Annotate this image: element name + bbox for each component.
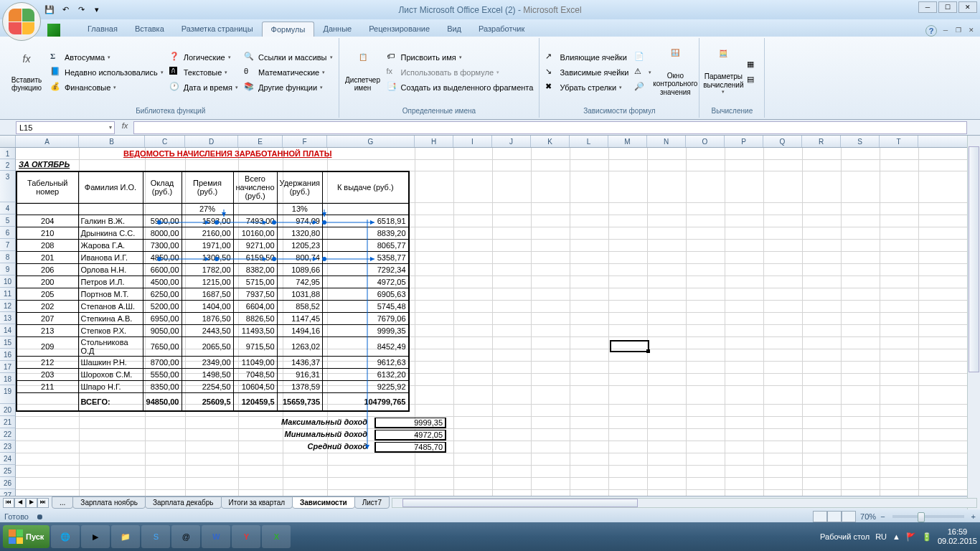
- col-header-M[interactable]: M: [608, 136, 647, 147]
- qat-dropdown-icon[interactable]: ▾: [90, 4, 103, 17]
- zoom-out-button[interactable]: −: [880, 512, 885, 521]
- row-header-12[interactable]: 12: [0, 300, 16, 312]
- undo-icon[interactable]: ↶: [59, 4, 72, 17]
- row-header-8[interactable]: 8: [0, 251, 16, 263]
- col-header-H[interactable]: H: [415, 136, 453, 147]
- taskbar-explorer[interactable]: 📁: [111, 525, 140, 548]
- col-header-K[interactable]: K: [531, 136, 570, 147]
- row-header-19[interactable]: 19: [0, 385, 16, 404]
- row-header-7[interactable]: 7: [0, 239, 16, 251]
- define-name-button[interactable]: 🏷Присвоить имя ▾: [385, 51, 535, 64]
- select-all-corner[interactable]: [0, 136, 16, 147]
- row-header-27[interactable]: 27: [0, 489, 16, 496]
- col-header-R[interactable]: R: [802, 136, 841, 147]
- taskbar-media[interactable]: ▶: [81, 525, 110, 548]
- formula-input[interactable]: [133, 121, 967, 134]
- math-button[interactable]: θМатематические ▾: [242, 66, 334, 79]
- evaluate-button[interactable]: 🔎: [633, 81, 653, 94]
- sheet-tab-2[interactable]: Зарплата декабрь: [145, 496, 222, 509]
- row-header-5[interactable]: 5: [0, 215, 16, 227]
- taskbar-mail[interactable]: @: [171, 525, 200, 548]
- excel-doc-icon[interactable]: [47, 24, 60, 37]
- sheet-nav-next[interactable]: ▶: [26, 498, 37, 508]
- ribbon-tab-4[interactable]: Данные: [314, 22, 360, 37]
- financial-button[interactable]: 💰Финансовые ▾: [49, 81, 165, 94]
- col-header-P[interactable]: P: [725, 136, 763, 147]
- sheet-tab-0[interactable]: ...: [52, 496, 73, 509]
- row-header-18[interactable]: 18: [0, 373, 16, 385]
- row-header-26[interactable]: 26: [0, 477, 16, 489]
- col-header-Q[interactable]: Q: [763, 136, 802, 147]
- col-header-T[interactable]: T: [880, 136, 918, 147]
- col-header-O[interactable]: O: [686, 136, 725, 147]
- datetime-button[interactable]: 🕐Дата и время ▾: [168, 81, 240, 94]
- row-header-11[interactable]: 11: [0, 288, 16, 300]
- row-header-1[interactable]: 1: [0, 148, 16, 159]
- remove-arrows-button[interactable]: ✖Убрать стрелки ▾: [544, 81, 630, 94]
- col-header-G[interactable]: G: [327, 136, 415, 147]
- trace-dependents-button[interactable]: ↘Зависимые ячейки: [544, 66, 630, 79]
- doc-restore-icon[interactable]: ❐: [953, 27, 964, 37]
- zoom-in-button[interactable]: +: [971, 512, 976, 521]
- sheet-nav-prev[interactable]: ◀: [14, 498, 26, 508]
- col-header-S[interactable]: S: [841, 136, 880, 147]
- vertical-scrollbar[interactable]: [967, 136, 980, 509]
- ribbon-minimize-icon[interactable]: ─: [940, 27, 951, 37]
- row-header-15[interactable]: 15: [0, 336, 16, 349]
- col-header-B[interactable]: B: [79, 136, 145, 147]
- macro-record-icon[interactable]: ⏺: [36, 512, 44, 521]
- row-header-3[interactable]: 3: [0, 171, 16, 202]
- doc-close-icon[interactable]: ✕: [966, 27, 977, 37]
- ribbon-tab-3[interactable]: Формулы: [262, 22, 315, 37]
- error-check-button[interactable]: ⚠▾: [633, 66, 653, 79]
- create-from-selection-button[interactable]: 📑Создать из выделенного фрагмента: [385, 81, 535, 94]
- taskbar-chrome[interactable]: 🌐: [51, 525, 80, 548]
- desktop-label[interactable]: Рабочий стол: [820, 532, 870, 541]
- payroll-table[interactable]: Табельный номерФамилия И.О.Оклад (руб.)П…: [16, 171, 410, 412]
- minimize-button[interactable]: ─: [918, 1, 937, 13]
- row-header-4[interactable]: 4: [0, 202, 16, 215]
- taskbar-excel[interactable]: X: [262, 525, 291, 548]
- row-header-20[interactable]: 20: [0, 404, 16, 416]
- row-header-22[interactable]: 22: [0, 428, 16, 441]
- watch-window-button[interactable]: 🪟 Окно контрольного значения: [656, 39, 694, 105]
- page-layout-button[interactable]: [827, 511, 842, 522]
- calc-now-button[interactable]: ▦: [745, 59, 760, 72]
- row-header-10[interactable]: 10: [0, 276, 16, 288]
- col-header-I[interactable]: I: [453, 136, 492, 147]
- row-header-2[interactable]: 2: [0, 159, 16, 171]
- row-header-14[interactable]: 14: [0, 324, 16, 336]
- sheet-tab-4[interactable]: Зависимости: [292, 496, 355, 509]
- more-functions-button[interactable]: 📚Другие функции ▾: [242, 81, 334, 94]
- maximize-button[interactable]: ☐: [938, 1, 957, 13]
- recent-button[interactable]: 📘Недавно использовались ▾: [49, 66, 165, 79]
- office-button[interactable]: [2, 2, 41, 41]
- zoom-level[interactable]: 70%: [860, 512, 876, 521]
- text-button[interactable]: 🅰Текстовые ▾: [168, 66, 240, 79]
- logical-button[interactable]: ❓Логические ▾: [168, 51, 240, 64]
- language-indicator[interactable]: RU: [875, 532, 887, 541]
- row-header-21[interactable]: 21: [0, 416, 16, 428]
- autosum-button[interactable]: ΣАвтосумма ▾: [49, 51, 165, 64]
- ribbon-tab-1[interactable]: Вставка: [126, 22, 173, 37]
- ribbon-tab-2[interactable]: Разметка страницы: [173, 22, 262, 37]
- insert-function-button[interactable]: fx Вставить функцию: [7, 39, 46, 105]
- col-header-E[interactable]: E: [238, 136, 283, 147]
- fx-button[interactable]: fx: [116, 121, 133, 134]
- row-header-16[interactable]: 16: [0, 349, 16, 361]
- row-header-25[interactable]: 25: [0, 465, 16, 477]
- taskbar-skype[interactable]: S: [141, 525, 170, 548]
- col-header-D[interactable]: D: [185, 136, 238, 147]
- use-in-formula-button[interactable]: fxИспользовать в формуле ▾: [385, 66, 535, 79]
- help-icon[interactable]: ?: [925, 25, 937, 37]
- start-button[interactable]: Пуск: [3, 525, 50, 548]
- lookup-button[interactable]: 🔍Ссылки и массивы ▾: [242, 51, 334, 64]
- page-break-button[interactable]: [842, 511, 856, 522]
- row-header-23[interactable]: 23: [0, 441, 16, 453]
- trace-precedents-button[interactable]: ↗Влияющие ячейки: [544, 51, 630, 64]
- col-header-J[interactable]: J: [492, 136, 531, 147]
- col-header-N[interactable]: N: [647, 136, 686, 147]
- taskbar-word[interactable]: W: [202, 525, 230, 548]
- sheet-tab-5[interactable]: Лист7: [354, 496, 390, 509]
- horizontal-scrollbar[interactable]: [392, 498, 977, 508]
